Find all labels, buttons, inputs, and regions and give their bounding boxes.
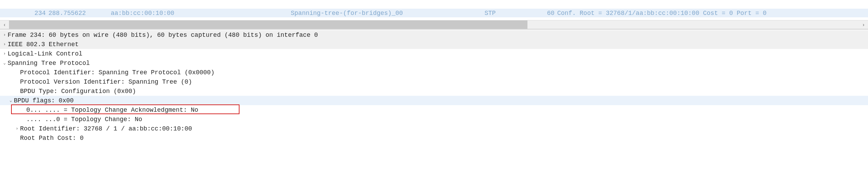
packet-list-hscroll[interactable]: ‹ › [0, 20, 868, 29]
tree-stp-label: Spanning Tree Protocol [8, 60, 90, 67]
scroll-track[interactable] [9, 20, 859, 29]
tree-bpdu-type-label: BPDU Type: Configuration (0x00) [20, 88, 136, 95]
scroll-thumb[interactable] [9, 20, 527, 29]
tree-tc[interactable]: · .... ...0 = Topology Change: No [0, 115, 868, 124]
tree-tca[interactable]: · 0... .... = Topology Change Acknowledg… [0, 105, 868, 115]
tree-tc-label: .... ...0 = Topology Change: No [26, 116, 142, 123]
chevron-right-icon[interactable]: › [1, 51, 8, 56]
tree-ieee[interactable]: › IEEE 802.3 Ethernet [0, 40, 868, 49]
tree-proto-id-label: Protocol Identifier: Spanning Tree Proto… [20, 69, 215, 76]
tree-ver-id-label: Protocol Version Identifier: Spanning Tr… [20, 78, 192, 85]
tree-frame-label: Frame 234: 60 bytes on wire (480 bits), … [8, 32, 318, 39]
packet-details[interactable]: › Frame 234: 60 bytes on wire (480 bits)… [0, 29, 868, 143]
col-len: 60 [540, 10, 557, 17]
col-no: 234 [24, 10, 48, 17]
tree-bpdu-type[interactable]: · BPDU Type: Configuration (0x00) [0, 86, 868, 96]
tree-root-id[interactable]: › Root Identifier: 32768 / 1 / aa:bb:cc:… [0, 124, 868, 133]
col-dst: Spanning-tree-(for-bridges)_00 [291, 10, 485, 17]
tree-tca-label: 0... .... = Topology Change Acknowledgme… [26, 107, 198, 113]
tree-root-id-label: Root Identifier: 32768 / 1 / aa:bb:cc:00… [20, 125, 192, 132]
tree-llc-label: Logical-Link Control [8, 50, 82, 57]
tree-stp[interactable]: ⌄ Spanning Tree Protocol [0, 58, 868, 68]
chevron-right-icon[interactable]: › [1, 33, 8, 37]
tree-bpdu-flags[interactable]: ⌄ BPDU flags: 0x00 [0, 96, 868, 105]
packet-row-next[interactable] [0, 17, 868, 20]
tree-proto-id[interactable]: · Protocol Identifier: Spanning Tree Pro… [0, 68, 868, 77]
tree-ver-id[interactable]: · Protocol Version Identifier: Spanning … [0, 77, 868, 86]
tree-ieee-label: IEEE 802.3 Ethernet [8, 41, 79, 48]
tree-llc[interactable]: › Logical-Link Control [0, 49, 868, 58]
scroll-right-arrow-icon[interactable]: › [859, 20, 868, 29]
col-time: 288.755622 [48, 10, 111, 17]
chevron-down-icon[interactable]: ⌄ [1, 60, 8, 66]
packet-row-selected[interactable]: 234 288.755622 aa:bb:cc:00:10:00 Spannin… [0, 9, 868, 17]
tree-root-path-cost-label: Root Path Cost: 0 [20, 135, 84, 142]
chevron-right-icon[interactable]: › [14, 126, 20, 131]
col-info: Conf. Root = 32768/1/aa:bb:cc:00:10:00 C… [557, 10, 868, 17]
col-src: aa:bb:cc:00:10:00 [111, 10, 291, 17]
packet-row-prev[interactable] [0, 0, 868, 9]
tree-frame[interactable]: › Frame 234: 60 bytes on wire (480 bits)… [0, 30, 868, 40]
scroll-left-arrow-icon[interactable]: ‹ [0, 20, 9, 29]
chevron-right-icon[interactable]: › [1, 42, 8, 47]
tree-root-path-cost[interactable]: · Root Path Cost: 0 [0, 133, 868, 143]
packet-list[interactable]: 234 288.755622 aa:bb:cc:00:10:00 Spannin… [0, 0, 868, 20]
chevron-down-icon[interactable]: ⌄ [8, 98, 14, 103]
tree-bpdu-flags-label: BPDU flags: 0x00 [14, 97, 74, 104]
col-prot: STP [485, 10, 540, 17]
